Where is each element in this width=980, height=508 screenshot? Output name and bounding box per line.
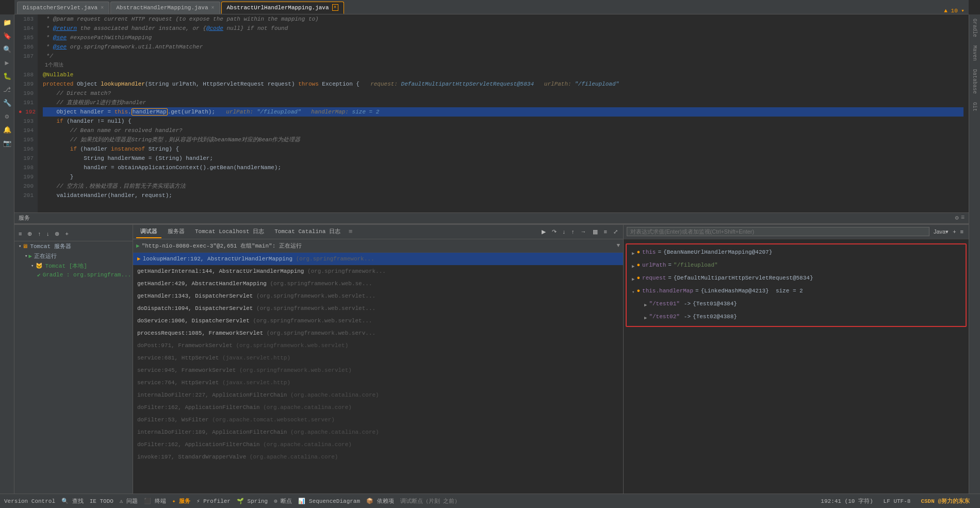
status-sequence[interactable]: 📊 SequenceDiagram xyxy=(298,498,360,504)
sidebar-icon-debug[interactable]: 🐛 xyxy=(1,70,13,83)
var-this[interactable]: ▶ ● this = {BeanNameUrlHandlerMapping@42… xyxy=(629,247,963,259)
debug-panel-maximize[interactable]: ⤢ xyxy=(611,227,620,236)
stack-item-5[interactable]: doService:1006, DispatcherServlet (org.s… xyxy=(133,315,623,327)
status-profiler[interactable]: ⚡ Profiler xyxy=(197,498,231,504)
status-terminal[interactable]: ⬛ 终端 xyxy=(144,497,166,505)
stack-item-12[interactable]: doFilter:162, ApplicationFilterChain (or… xyxy=(133,401,623,414)
stack-item-0[interactable]: ▶lookupHandler:192, AbstractUrlHandlerMa… xyxy=(133,253,623,265)
tab-close-abstract-handler[interactable]: × xyxy=(211,5,214,11)
vars-lang-selector[interactable]: Java▾ xyxy=(932,227,951,236)
stack-item-7[interactable]: doPost:971, FrameworkServlet (org.spring… xyxy=(133,339,623,352)
tab-close-dispatcher[interactable]: × xyxy=(101,5,104,11)
tab-dispatcher-servlet[interactable]: DispatcherServlet.java × xyxy=(17,2,109,14)
var-handlermap-test02[interactable]: ▶ "/test02" -> {Test02@4388} xyxy=(629,311,963,324)
sidebar-icon-tools[interactable]: 🔧 xyxy=(1,97,13,109)
tree-btn-2[interactable]: ⊕ xyxy=(25,230,34,238)
tree-item-gradle[interactable]: ✔ Gradle : org.springfram... xyxy=(14,271,133,280)
tree-btn-4[interactable]: ↓ xyxy=(44,230,52,238)
debug-toolbar-step-over[interactable]: ↷ xyxy=(550,227,559,236)
tree-btn-3[interactable]: ↑ xyxy=(36,230,43,238)
tree-item-tomcat[interactable]: ▾ 🐱 Tomcat [本地] xyxy=(14,261,133,271)
var-urlpath-arrow[interactable]: ▶ xyxy=(632,262,634,271)
right-sidebar-maven[interactable]: Maven xyxy=(971,43,978,63)
debug-toolbar-run-to-cursor[interactable]: → xyxy=(579,227,589,236)
vars-add-btn[interactable]: + xyxy=(951,227,958,236)
status-services[interactable]: ✦ 服务 xyxy=(172,497,190,505)
var-test02-arrow[interactable]: ▶ xyxy=(644,314,647,323)
debug-tab-tomcat-catalina[interactable]: Tomcat Catalina 日志 xyxy=(270,225,345,238)
status-breakpoints[interactable]: ⊙ 断点 xyxy=(274,497,292,505)
status-todo[interactable]: IE TODO xyxy=(90,498,113,504)
vars-input[interactable] xyxy=(627,227,929,236)
sidebar-icon-git[interactable]: ⎇ xyxy=(1,84,13,96)
var-test01-arrow-sym: -> xyxy=(684,299,691,308)
right-sidebar-gradle[interactable]: Gradle xyxy=(971,17,978,39)
tree-item-tomcat-server[interactable]: ▾ 🖥 Tomcat 服务器 xyxy=(14,241,133,251)
sidebar-icon-bookmarks[interactable]: 🔖 xyxy=(1,30,13,42)
stack-item-16[interactable]: invoke:197, StandardWrapperValve (org.ap… xyxy=(133,451,623,463)
tree-tomcat: Tomcat [本地] xyxy=(45,262,87,270)
sidebar-icon-camera[interactable]: 📷 xyxy=(1,137,13,150)
var-test01-arrow[interactable]: ▶ xyxy=(644,301,647,310)
sidebar-icon-run[interactable]: ▶ xyxy=(1,57,13,69)
tree-btn-1[interactable]: ≡ xyxy=(17,230,24,238)
line-num-200: 200 xyxy=(19,182,34,191)
stack-item-3[interactable]: getHandler:1343, DispatcherServlet (org.… xyxy=(133,290,623,302)
right-sidebar-git[interactable]: Git xyxy=(971,100,978,113)
stack-item-11[interactable]: internalDoFilter:227, ApplicationFilterC… xyxy=(133,389,623,401)
stack-item-10[interactable]: service:764, HttpServlet (javax.servlet.… xyxy=(133,376,623,389)
sidebar-icon-settings[interactable]: ⚙ xyxy=(1,110,13,123)
debug-toolbar-evaluate[interactable]: ▦ xyxy=(591,227,600,236)
status-position[interactable]: 192:41 (10 字符) xyxy=(821,497,873,505)
vars-more-btn[interactable]: ≡ xyxy=(958,227,966,236)
right-sidebar-database[interactable]: Database xyxy=(971,67,978,96)
sidebar-icon-notifications[interactable]: 🔔 xyxy=(1,124,13,136)
var-this-arrow[interactable]: ▶ xyxy=(632,249,634,258)
thread-filter[interactable]: ▼ xyxy=(616,242,620,249)
debug-toolbar-settings[interactable]: ≡ xyxy=(602,227,609,236)
debug-tab-tomcat-local[interactable]: Tomcat Localhost 日志 xyxy=(191,225,268,238)
debug-toolbar-resume[interactable]: ▶ xyxy=(540,227,548,236)
var-handlermap-arrow[interactable]: ▾ xyxy=(632,288,634,297)
debug-toolbar-step-into[interactable]: ↓ xyxy=(561,227,568,236)
services-gear-icon[interactable]: ≡ xyxy=(961,214,965,222)
stack-item-8[interactable]: service:681, HttpServlet (javax.servlet.… xyxy=(133,352,623,364)
var-handlermap-test01[interactable]: ▶ "/test01" -> {Test01@4384} xyxy=(629,298,963,311)
status-find[interactable]: 🔍 查找 xyxy=(61,497,84,505)
status-spring[interactable]: 🌱 Spring xyxy=(237,498,268,504)
code-content[interactable]: * @param request current HTTP request (t… xyxy=(38,14,969,212)
tree-gradle: Gradle : org.springfram... xyxy=(43,272,132,278)
tab-abstract-handler-mapping[interactable]: AbstractHandlerMapping.java × xyxy=(110,2,220,14)
status-dependencies[interactable]: 📦 依赖项 xyxy=(366,497,394,505)
status-version-control[interactable]: Version Control xyxy=(4,498,55,504)
debug-tab-debugger[interactable]: 调试器 xyxy=(136,225,161,238)
debug-tab-server[interactable]: 服务器 xyxy=(164,225,189,238)
tree-btn-5[interactable]: ⊗ xyxy=(53,230,61,238)
stack-item-9[interactable]: service:945, FrameworkServlet (org.sprin… xyxy=(133,364,623,376)
stack-item-15[interactable]: doFilter:162, ApplicationFilterChain (or… xyxy=(133,438,623,451)
stack-item-14[interactable]: internalDoFilter:189, ApplicationFilterC… xyxy=(133,426,623,438)
status-problems[interactable]: ⚠ 问题 xyxy=(120,497,138,505)
stack-item-1[interactable]: getHandlerInternal:144, AbstractUrlHandl… xyxy=(133,265,623,277)
stack-item-2[interactable]: getHandler:429, AbstractHandlerMapping (… xyxy=(133,277,623,290)
sidebar-icon-find[interactable]: 🔍 xyxy=(1,43,13,56)
stack-item-6[interactable]: processRequest:1085, FrameworkServlet (o… xyxy=(133,327,623,339)
code-line-usage: 1个用法 xyxy=(43,61,963,70)
panel-content: ≡ ⊕ ↑ ↓ ⊗ + ▾ 🖥 Tomcat 服务器 ▾ ▶ 正在运行 xyxy=(14,225,969,508)
tree-item-running[interactable]: ▾ ▶ 正在运行 xyxy=(14,251,133,261)
stack-item-13[interactable]: doFilter:53, WsFilter (org.apache.tomcat… xyxy=(133,414,623,426)
var-urlpath[interactable]: ▶ ● urlPath = "/fileupload" xyxy=(629,259,963,272)
sidebar-icon-project[interactable]: 📁 xyxy=(1,17,13,29)
services-settings-icon[interactable]: ⚙ xyxy=(955,214,959,222)
var-request[interactable]: ▶ ● request = {DefaultMultipartHttpServl… xyxy=(629,272,963,285)
tab-close-abstract-url[interactable]: × xyxy=(332,4,338,11)
tree-btn-6[interactable]: + xyxy=(63,230,70,238)
debug-toolbar-step-out[interactable]: ↑ xyxy=(569,227,577,236)
stack-item-4[interactable]: doDispatch:1094, DispatcherServlet (org.… xyxy=(133,302,623,315)
var-handlermap[interactable]: ▾ ● this.handlerMap = {LinkedHashMap@421… xyxy=(629,285,963,298)
status-encoding[interactable]: LF UTF-8 xyxy=(884,498,911,504)
right-sidebar: Gradle Maven Database Git xyxy=(969,14,980,494)
var-request-arrow[interactable]: ▶ xyxy=(632,275,634,284)
debug-tab-more[interactable]: ≡ xyxy=(349,228,353,236)
tab-abstract-url-handler-mapping[interactable]: AbstractUrlHandlerMapping.java × xyxy=(221,2,344,14)
